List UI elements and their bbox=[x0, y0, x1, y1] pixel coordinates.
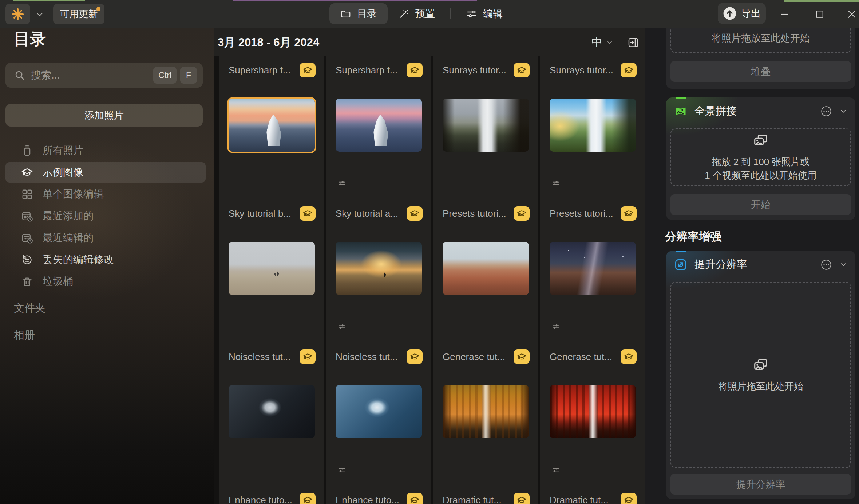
graduation-cap-icon bbox=[624, 65, 634, 75]
photo-thumbnail[interactable] bbox=[550, 385, 636, 438]
window-maximize-button[interactable] bbox=[814, 9, 825, 20]
tab-presets[interactable]: 预置 bbox=[388, 3, 446, 24]
sidebar-item[interactable]: 垃圾桶 bbox=[0, 271, 214, 292]
background-window-strip bbox=[784, 0, 859, 2]
panorama-tool-card: 全景拼接 拖放 2 到 100 张照片或 1 个视频至此处以开始使用 开始 bbox=[666, 97, 855, 220]
stack-button[interactable]: 堆叠 bbox=[670, 61, 851, 82]
upscale-action-button[interactable]: 提升分辨率 bbox=[670, 474, 851, 495]
sidebar-item[interactable]: 示例图像 bbox=[0, 161, 214, 183]
upscale-drop-text: 将照片拖至此处开始 bbox=[718, 380, 803, 393]
grid-cell[interactable]: Enhance tuto... bbox=[326, 486, 431, 504]
sidebar-section-folders[interactable]: 文件夹 bbox=[14, 301, 45, 316]
tutorial-badge bbox=[621, 206, 637, 221]
photo-thumbnail[interactable] bbox=[229, 99, 315, 152]
tutorial-badge bbox=[514, 493, 530, 504]
sidebar-item[interactable]: 丢失的编辑修改 bbox=[0, 249, 214, 271]
grid-column: Sunrays tutor...Presets tutori...Generas… bbox=[540, 56, 645, 504]
grid-cell[interactable]: Generase tut... bbox=[540, 343, 645, 486]
tutorial-badge bbox=[514, 63, 530, 77]
more-options-icon[interactable] bbox=[820, 259, 832, 271]
edit-clock-icon bbox=[21, 232, 33, 244]
mode-tabs: 目录预置编辑 bbox=[329, 3, 514, 25]
grid-cell[interactable]: Sky tutorial a... bbox=[326, 200, 431, 343]
add-photos-label: 添加照片 bbox=[84, 109, 124, 122]
photo-title: Generase tut... bbox=[550, 351, 612, 363]
grid-cell[interactable]: Generase tut... bbox=[433, 343, 538, 486]
background-window-strip bbox=[13, 0, 85, 1]
grid-cell[interactable]: Sunrays tutor... bbox=[433, 56, 538, 200]
search-shortcut-keys: CtrlF bbox=[150, 67, 197, 84]
photo-title: Generase tut... bbox=[443, 351, 505, 363]
sidebar-item[interactable]: 单个图像编辑 bbox=[0, 183, 214, 205]
photo-thumbnail[interactable] bbox=[229, 385, 315, 438]
sidebar-nav: 所有照片示例图像单个图像编辑最近添加的最近编辑的丢失的编辑修改垃圾桶 bbox=[0, 140, 214, 292]
tutorial-badge bbox=[621, 63, 637, 77]
sidebar-item[interactable]: 最近添加的 bbox=[0, 205, 214, 227]
photo-thumbnail[interactable] bbox=[229, 242, 315, 295]
photo-title: Dramatic tut... bbox=[443, 495, 502, 504]
export-button[interactable]: 导出 bbox=[718, 3, 766, 24]
sidebar-item[interactable]: 所有照片 bbox=[0, 140, 214, 161]
chevron-down-icon[interactable] bbox=[35, 10, 44, 19]
photo-title: Noiseless tut... bbox=[229, 351, 291, 363]
grid-cell[interactable]: Noiseless tut... bbox=[326, 343, 431, 486]
photo-thumbnail[interactable] bbox=[443, 99, 529, 152]
search-icon bbox=[14, 70, 25, 81]
upscale-icon bbox=[674, 258, 687, 271]
graduation-cap-icon bbox=[517, 352, 527, 362]
update-available-button[interactable]: 可用更新 bbox=[53, 4, 104, 24]
more-options-icon[interactable] bbox=[820, 105, 832, 117]
grid-cell[interactable]: Supersharp t... bbox=[326, 56, 431, 200]
graduation-cap-icon bbox=[303, 209, 313, 219]
photo-thumbnail[interactable] bbox=[336, 99, 422, 152]
photo-thumbnail[interactable] bbox=[443, 242, 529, 295]
tab-divider bbox=[450, 8, 451, 19]
graduation-cap-icon bbox=[624, 209, 634, 219]
graduation-cap-icon bbox=[517, 65, 527, 75]
update-available-label: 可用更新 bbox=[60, 8, 98, 20]
app-logo-button[interactable] bbox=[5, 4, 30, 24]
sidebar-item-label: 丢失的编辑修改 bbox=[43, 253, 114, 267]
grid-cell[interactable]: Presets tutori... bbox=[433, 200, 538, 343]
panorama-drop-line2: 1 个视频至此处以开始使用 bbox=[705, 170, 817, 181]
tutorial-badge bbox=[407, 206, 423, 221]
grid-cell[interactable]: Supersharp t... bbox=[219, 56, 324, 200]
grid-cell[interactable]: Presets tutori... bbox=[540, 200, 645, 343]
upscale-drop-zone[interactable]: 将照片拖至此处开始 bbox=[670, 282, 851, 468]
resolution-section-title: 分辨率增强 bbox=[665, 229, 721, 244]
grid-cell[interactable]: Enhance tuto... bbox=[219, 486, 324, 504]
photo-thumbnail[interactable] bbox=[550, 99, 636, 152]
collapse-panel-icon[interactable] bbox=[627, 36, 640, 49]
tutorial-badge bbox=[621, 349, 637, 364]
shortcut-key-f: F bbox=[180, 67, 197, 84]
tab-catalog[interactable]: 目录 bbox=[329, 3, 388, 24]
wand-icon bbox=[399, 8, 409, 19]
photo-thumbnail[interactable] bbox=[336, 242, 422, 295]
search-input[interactable]: 搜索... CtrlF bbox=[5, 63, 203, 88]
chevron-down-icon[interactable] bbox=[839, 261, 847, 269]
sidebar-item[interactable]: 最近编辑的 bbox=[0, 227, 214, 249]
add-photos-button[interactable]: 添加照片 bbox=[5, 104, 203, 127]
stack-drop-zone[interactable] bbox=[670, 28, 851, 53]
window-minimize-button[interactable] bbox=[779, 9, 790, 20]
panorama-title: 全景拼接 bbox=[694, 104, 813, 119]
photo-thumbnail[interactable] bbox=[336, 385, 422, 438]
sidebar-section-albums[interactable]: 相册 bbox=[14, 328, 35, 343]
grid-cell[interactable]: Dramatic tut... bbox=[433, 486, 538, 504]
window-close-button[interactable] bbox=[846, 9, 857, 20]
chevron-down-icon[interactable] bbox=[839, 107, 847, 115]
tutorial-badge bbox=[514, 349, 530, 364]
titlebar: 可用更新 目录预置编辑 导出 bbox=[0, 0, 859, 28]
grid-cell[interactable]: Noiseless tut... bbox=[219, 343, 324, 486]
panorama-drop-zone[interactable]: 拖放 2 到 100 张照片或 1 个视频至此处以开始使用 bbox=[670, 128, 851, 186]
photo-title: Sunrays tutor... bbox=[443, 65, 506, 76]
photo-thumbnail[interactable] bbox=[550, 242, 636, 295]
grid-cell[interactable]: Sunrays tutor... bbox=[540, 56, 645, 200]
grid-cell[interactable]: Sky tutorial b... bbox=[219, 200, 324, 343]
photo-thumbnail[interactable] bbox=[443, 385, 529, 438]
tab-edit[interactable]: 编辑 bbox=[455, 3, 514, 24]
thumbnail-size-selector[interactable]: 中 bbox=[591, 35, 613, 50]
panorama-start-button[interactable]: 开始 bbox=[670, 194, 851, 215]
grid-cell[interactable]: Dramatic tut... bbox=[540, 486, 645, 504]
upscale-tool-card: 提升分辨率 将照片拖至此处开始 提升分辨率 bbox=[666, 251, 855, 499]
